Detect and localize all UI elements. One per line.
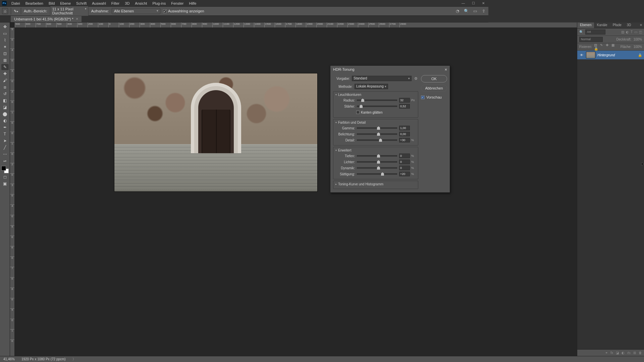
sample-layers-dropdown[interactable]: Alle Ebenen — [112, 8, 160, 14]
sample-layers-label: Aufnahme: — [91, 9, 109, 13]
eraser-tool[interactable]: ◧ — [1, 98, 9, 104]
share-icon[interactable]: ⇪ — [481, 8, 486, 14]
menu-hilfe[interactable]: Hilfe — [186, 1, 199, 6]
dialog-titlebar[interactable]: HDR-Tonung × — [330, 66, 450, 73]
edit-toolbar[interactable]: ▸▾ — [1, 158, 9, 164]
section-toggle-advanced[interactable]: Erweitert — [335, 148, 416, 152]
section-toning-curve: Toning-Kurve und Histogramm — [333, 181, 418, 189]
menu-fenster[interactable]: Fenster — [168, 1, 186, 6]
app-logo: Ps — [2, 1, 7, 6]
strength-slider[interactable] — [357, 106, 397, 107]
type-tool[interactable]: T — [1, 131, 9, 137]
color-swatch[interactable] — [1, 166, 9, 173]
ok-button[interactable]: OK — [421, 75, 447, 82]
smooth-edges-checkbox[interactable]: Kanten glätten — [356, 111, 383, 114]
options-bar: ⌂ ✎▾ Aufn.-Bereich: 11 x 11 Pixel Durchs… — [0, 6, 488, 16]
saturation-slider[interactable] — [357, 173, 397, 175]
crop-tool[interactable]: ⊡ — [1, 51, 9, 57]
radius-label: Radius: — [335, 99, 355, 102]
radius-slider[interactable] — [357, 100, 397, 101]
exposure-label: Belichtung: — [335, 132, 355, 136]
brush-tool[interactable]: 🖌 — [1, 77, 9, 83]
dialog-close-icon[interactable]: × — [444, 67, 447, 72]
menu-auswahl[interactable]: Auswahl — [89, 1, 109, 6]
healing-tool[interactable]: ✚ — [1, 71, 9, 77]
maximize-button[interactable]: ☐ — [468, 0, 478, 6]
menu-ebene[interactable]: Ebene — [57, 1, 73, 6]
exposure-input[interactable]: 0,00 — [399, 132, 410, 136]
screenmode-tool[interactable]: ▣ — [1, 181, 9, 187]
shadow-slider[interactable] — [357, 155, 397, 157]
section-toggle-tone[interactable]: Farbton und Detail — [335, 121, 416, 124]
frame-tool[interactable]: ⊠ — [1, 57, 9, 63]
cloud-icon[interactable]: ◔ — [455, 8, 460, 14]
preview-checkbox[interactable]: ✓ Vorschau — [421, 95, 447, 99]
show-sampling-ring-checkbox[interactable]: ✓ Auswahlring anzeigen — [163, 9, 204, 13]
highlight-input[interactable]: 0 — [399, 160, 410, 164]
vibrance-slider[interactable] — [357, 167, 397, 169]
dodge-tool[interactable]: ◐ — [1, 118, 9, 124]
section-toggle-glow[interactable]: Leuchtkonturen — [335, 93, 416, 97]
eyedropper-icon[interactable]: ✎▾ — [14, 9, 18, 13]
quick-select-tool[interactable]: ✶ — [1, 44, 9, 50]
more-tool[interactable]: ⋯ — [1, 151, 9, 157]
strength-input[interactable]: 0,52 — [399, 104, 410, 109]
titlebar: Ps DateiBearbeitenBildEbeneSchriftAuswah… — [0, 0, 488, 6]
workspace-icon[interactable]: ▭ — [472, 8, 478, 14]
menu-schrift[interactable]: Schrift — [73, 1, 89, 6]
preset-dropdown[interactable]: Standard — [352, 76, 412, 81]
preset-gear-icon[interactable]: ⚙ — [414, 76, 418, 81]
document-tab[interactable]: Unbenannt-1 bei 41,5% (RGB/32*) * × — [11, 16, 82, 22]
marquee-tool[interactable]: ▭ — [1, 31, 9, 37]
lasso-tool[interactable]: ⌇ — [1, 37, 9, 43]
history-brush-tool[interactable]: ↺ — [1, 91, 9, 97]
search-icon[interactable]: 🔍 — [464, 8, 469, 14]
highlight-unit: % — [411, 160, 416, 164]
move-tool[interactable]: ✥ — [1, 24, 9, 30]
exposure-slider[interactable] — [357, 133, 397, 135]
method-dropdown[interactable]: Lokale Anpassung — [355, 84, 388, 89]
horizontal-ruler: 9008007006005004003002001000100200300400… — [15, 22, 488, 28]
menu-filter[interactable]: Filter — [109, 1, 122, 6]
line-tool[interactable]: ╱ — [1, 144, 9, 150]
detail-slider[interactable] — [357, 139, 397, 141]
gamma-label: Gamma: — [335, 126, 355, 130]
stamp-tool[interactable]: ⧈ — [1, 84, 9, 90]
menu-bearbeiten[interactable]: Bearbeiten — [23, 1, 46, 6]
section-advanced: Erweitert Tiefen: 0 % Lichter: 0 % Dynam… — [333, 147, 418, 179]
menu-bild[interactable]: Bild — [46, 1, 57, 6]
detail-input[interactable]: +30 — [399, 138, 410, 142]
gamma-slider[interactable] — [357, 127, 397, 129]
dialog-title: HDR-Tonung — [333, 67, 355, 71]
shadow-input[interactable]: 0 — [399, 154, 410, 158]
gradient-tool[interactable]: ◪ — [1, 104, 9, 110]
menu-3d[interactable]: 3D — [122, 1, 132, 6]
section-toggle-curve[interactable]: Toning-Kurve und Histogramm — [335, 182, 416, 186]
vertical-ruler: 5040302010010203040506070809010 — [10, 28, 15, 274]
gamma-input[interactable]: 1,00 — [399, 126, 410, 130]
cancel-button[interactable]: Abbrechen — [421, 84, 447, 92]
window-buttons[interactable]: — ☐ ✕ — [458, 0, 488, 6]
blur-tool[interactable]: ⬤ — [1, 111, 9, 117]
radius-input[interactable]: 32 — [399, 98, 410, 103]
highlight-slider[interactable] — [357, 161, 397, 163]
sample-size-dropdown[interactable]: 11 x 11 Pixel Durchschnitt — [50, 6, 89, 16]
close-tab-icon[interactable]: × — [76, 17, 78, 21]
quickmask-tool[interactable]: ◻ — [1, 174, 9, 180]
minimize-button[interactable]: — — [458, 0, 468, 6]
section-tone-detail: Farbton und Detail Gamma: 1,00 Belichtun… — [333, 119, 418, 145]
eyedropper-tool[interactable]: ✎ — [1, 64, 9, 70]
saturation-unit: % — [411, 172, 416, 176]
path-select-tool[interactable]: ➤ — [1, 138, 9, 144]
menu-ansicht[interactable]: Ansicht — [132, 1, 150, 6]
saturation-input[interactable]: +20 — [399, 172, 410, 176]
vibrance-unit: % — [411, 166, 416, 170]
main-menu[interactable]: DateiBearbeitenBildEbeneSchriftAuswahlFi… — [9, 1, 199, 6]
close-button[interactable]: ✕ — [478, 0, 488, 6]
menu-datei[interactable]: Datei — [9, 1, 23, 6]
vibrance-input[interactable]: 0 — [399, 166, 410, 170]
menu-plug-ins[interactable]: Plug-ins — [150, 1, 168, 6]
home-icon[interactable]: ⌂ — [2, 8, 8, 14]
pen-tool[interactable]: ✒ — [1, 124, 9, 130]
preset-label: Vorgabe: — [333, 77, 350, 80]
